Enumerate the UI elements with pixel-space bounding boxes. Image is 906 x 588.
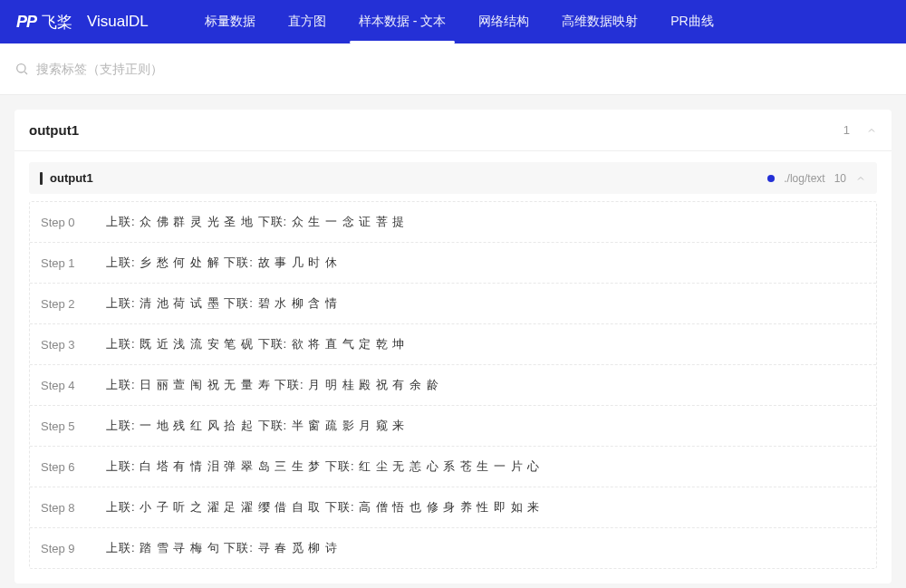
nav-tab[interactable]: 标量数据 [188,0,272,43]
nav-tab[interactable]: 网络结构 [462,0,545,43]
step-label: Step 8 [41,501,88,515]
nav-tab[interactable]: PR曲线 [654,0,729,43]
search-bar-wrapper [0,43,906,95]
step-row: Step 6上联: 白 塔 有 情 泪 弹 翠 岛 三 生 梦 下联: 红 尘 … [30,447,876,487]
step-label: Step 2 [41,297,88,311]
step-text: 上联: 踏 雪 寻 梅 句 下联: 寻 春 觅 柳 诗 [106,540,338,556]
app-name: VisualDL [87,13,149,31]
step-row: Step 1上联: 乡 愁 何 处 解 下联: 故 事 几 时 休 [30,243,876,284]
tag-run-info: ./log/text 10 [767,172,866,185]
nav-tab[interactable]: 直方图 [272,0,342,43]
panel-container: output1 1 output1 ./log/text 10 Step 0上联 [0,95,906,588]
panel-body: output1 ./log/text 10 Step 0上联: 众 佛 群 灵 … [14,151,892,583]
tag-name: output1 [50,171,93,185]
step-text: 上联: 一 地 残 红 风 拾 起 下联: 半 窗 疏 影 月 窥 来 [106,418,405,434]
step-label: Step 4 [41,379,88,392]
step-row: Step 8上联: 小 子 听 之 濯 足 濯 缨 借 自 取 下联: 高 僧 … [30,487,876,528]
step-text: 上联: 乡 愁 何 处 解 下联: 故 事 几 时 休 [106,255,338,271]
search-icon [14,62,29,76]
step-label: Step 5 [41,419,88,433]
steps-list: Step 0上联: 众 佛 群 灵 光 圣 地 下联: 众 生 一 念 证 菩 … [29,201,877,569]
tag-tick-icon [40,172,43,185]
svg-point-0 [17,64,25,72]
step-label: Step 3 [41,338,88,352]
step-row: Step 2上联: 清 池 荷 试 墨 下联: 碧 水 柳 含 情 [30,284,876,324]
run-count: 10 [834,172,846,185]
logo-mark: PP [16,13,36,32]
step-text: 上联: 日 丽 萱 闱 祝 无 量 寿 下联: 月 明 桂 殿 祝 有 余 龄 [106,377,439,393]
panel-title: output1 [29,122,79,138]
search-input[interactable] [36,62,892,76]
step-label: Step 0 [41,216,88,229]
step-row: Step 4上联: 日 丽 萱 闱 祝 无 量 寿 下联: 月 明 桂 殿 祝 … [30,365,876,406]
step-label: Step 1 [41,256,88,270]
step-row: Step 9上联: 踏 雪 寻 梅 句 下联: 寻 春 觅 柳 诗 [30,528,876,568]
nav-tab[interactable]: 高维数据映射 [545,0,654,43]
step-text: 上联: 既 近 浅 流 安 笔 砚 下联: 欲 将 直 气 定 乾 坤 [106,336,405,352]
nav-tab[interactable]: 样本数据 - 文本 [342,0,462,43]
panel-count: 1 [843,123,850,137]
step-row: Step 3上联: 既 近 浅 流 安 笔 砚 下联: 欲 将 直 气 定 乾 … [30,324,876,365]
logo: PP 飞桨 VisualDL [16,12,149,33]
step-row: Step 0上联: 众 佛 群 灵 光 圣 地 下联: 众 生 一 念 证 菩 … [30,202,876,243]
step-text: 上联: 小 子 听 之 濯 足 濯 缨 借 自 取 下联: 高 僧 悟 也 修 … [106,499,540,516]
output-panel: output1 1 output1 ./log/text 10 Step 0上联 [14,110,892,583]
tag-header[interactable]: output1 ./log/text 10 [29,162,877,194]
step-text: 上联: 白 塔 有 情 泪 弹 翠 岛 三 生 梦 下联: 红 尘 无 恙 心 … [106,458,540,475]
main-nav: 标量数据直方图样本数据 - 文本网络结构高维数据映射PR曲线 [188,0,730,43]
step-text: 上联: 众 佛 群 灵 光 圣 地 下联: 众 生 一 念 证 菩 提 [106,214,405,230]
search-bar [14,54,892,83]
run-dot-icon [767,175,775,182]
app-header: PP 飞桨 VisualDL 标量数据直方图样本数据 - 文本网络结构高维数据映… [0,0,906,43]
step-label: Step 9 [41,542,88,555]
panel-header[interactable]: output1 1 [14,110,892,151]
logo-text-cn: 飞桨 [42,12,72,33]
svg-line-1 [24,72,27,74]
chevron-up-icon[interactable] [855,173,866,184]
chevron-up-icon[interactable] [866,125,877,136]
run-path: ./log/text [784,172,824,185]
step-text: 上联: 清 池 荷 试 墨 下联: 碧 水 柳 含 情 [106,295,338,312]
step-row: Step 5上联: 一 地 残 红 风 拾 起 下联: 半 窗 疏 影 月 窥 … [30,406,876,447]
step-label: Step 6 [41,460,88,474]
